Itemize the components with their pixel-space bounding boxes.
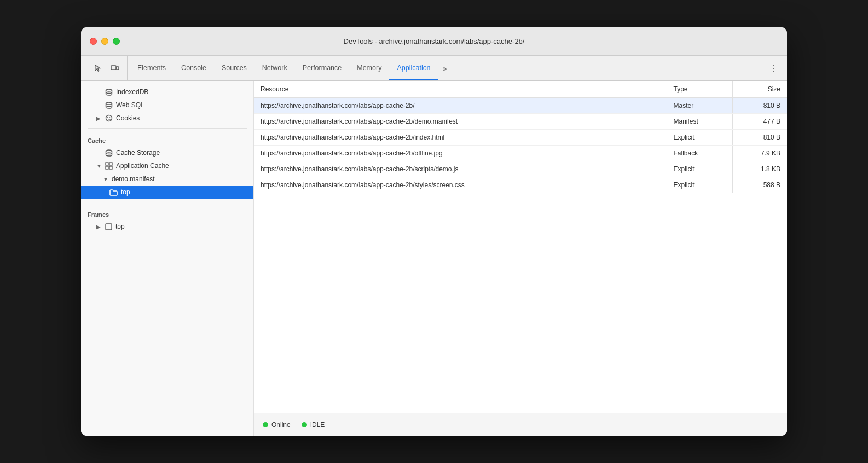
sidebar-item-frames-top[interactable]: ▶ top: [81, 220, 253, 233]
size-cell: 7.9 KB: [732, 146, 787, 161]
tabbar-end: ⋮: [761, 56, 787, 80]
sidebar-divider-2: [88, 202, 247, 202]
resource-cell: https://archive.jonathanstark.com/labs/a…: [254, 130, 667, 146]
idle-label: IDLE: [310, 421, 325, 429]
sidebar: IndexedDB Web SQL ▶: [81, 81, 254, 436]
svg-point-8: [109, 119, 110, 120]
type-cell: Manifest: [667, 114, 732, 130]
column-header-type: Type: [667, 81, 732, 98]
tab-memory[interactable]: Memory: [349, 56, 389, 80]
svg-rect-0: [111, 66, 116, 70]
online-label: Online: [271, 421, 291, 429]
size-cell: 810 B: [732, 98, 787, 114]
svg-point-6: [109, 117, 111, 118]
tab-performance[interactable]: Performance: [295, 56, 350, 80]
frames-section-label: Frames: [81, 206, 253, 220]
sidebar-item-application-cache[interactable]: ▼ Application Cache: [81, 159, 253, 172]
online-status: Online: [263, 421, 291, 429]
size-cell: 477 B: [732, 114, 787, 130]
device-toggle-icon[interactable]: [107, 61, 123, 76]
expand-arrow-icon: ▶: [96, 115, 102, 121]
svg-point-5: [107, 117, 108, 118]
minimize-button[interactable]: [101, 38, 108, 45]
sidebar-item-demo-manifest[interactable]: ▼ demo.manifest: [81, 172, 253, 186]
type-cell: Explicit: [667, 161, 732, 177]
table-row[interactable]: https://archive.jonathanstark.com/labs/a…: [254, 98, 787, 114]
svg-point-2: [106, 89, 112, 91]
sidebar-divider: [88, 128, 247, 129]
tab-application[interactable]: Application: [389, 56, 438, 80]
column-header-resource: Resource: [254, 81, 667, 98]
database-icon: [105, 102, 113, 109]
cache-section-label: Cache: [81, 132, 253, 146]
frame-icon: [105, 223, 112, 230]
type-cell: Master: [667, 98, 732, 114]
table-row[interactable]: https://archive.jonathanstark.com/labs/a…: [254, 177, 787, 193]
svg-rect-14: [106, 224, 112, 230]
sidebar-item-cache-storage[interactable]: Cache Storage: [81, 146, 253, 159]
sidebar-item-cookies[interactable]: ▶ Cookies: [81, 112, 253, 125]
traffic-lights: [90, 38, 120, 45]
table-container: Resource Type Size https://archive.jonat…: [254, 81, 787, 413]
resource-cell: https://archive.jonathanstark.com/labs/a…: [254, 146, 667, 161]
content-area: Resource Type Size https://archive.jonat…: [254, 81, 787, 436]
expand-arrow-expanded-icon: ▼: [96, 163, 102, 169]
type-cell: Fallback: [667, 146, 732, 161]
table-row[interactable]: https://archive.jonathanstark.com/labs/a…: [254, 146, 787, 161]
more-tabs-button[interactable]: »: [438, 56, 452, 80]
tab-network[interactable]: Network: [254, 56, 295, 80]
svg-point-7: [108, 119, 109, 120]
svg-rect-12: [106, 166, 108, 169]
toolbar-icons: [85, 56, 128, 80]
cookie-icon: [105, 114, 113, 122]
svg-rect-1: [117, 67, 119, 70]
resource-cell: https://archive.jonathanstark.com/labs/a…: [254, 98, 667, 114]
online-status-dot: [263, 422, 268, 427]
main-content: IndexedDB Web SQL ▶: [81, 81, 787, 436]
table-row[interactable]: https://archive.jonathanstark.com/labs/a…: [254, 161, 787, 177]
window-title: DevTools - archive.jonathanstark.com/lab…: [344, 37, 525, 45]
resource-cell: https://archive.jonathanstark.com/labs/a…: [254, 161, 667, 177]
idle-status-dot: [302, 422, 307, 427]
type-cell: Explicit: [667, 177, 732, 193]
titlebar: DevTools - archive.jonathanstark.com/lab…: [81, 27, 787, 56]
column-header-size: Size: [732, 81, 787, 98]
expand-arrow-expanded-icon: ▼: [103, 176, 108, 182]
resource-cell: https://archive.jonathanstark.com/labs/a…: [254, 114, 667, 130]
svg-rect-10: [106, 163, 108, 165]
devtools-window: DevTools - archive.jonathanstark.com/lab…: [81, 27, 787, 436]
folder-icon: [109, 189, 118, 196]
idle-status: IDLE: [302, 421, 325, 429]
type-cell: Explicit: [667, 130, 732, 146]
tab-console[interactable]: Console: [173, 56, 214, 80]
resources-table: Resource Type Size https://archive.jonat…: [254, 81, 787, 193]
svg-point-3: [106, 102, 112, 105]
size-cell: 1.8 KB: [732, 161, 787, 177]
database-icon: [105, 89, 113, 96]
table-row[interactable]: https://archive.jonathanstark.com/labs/a…: [254, 130, 787, 146]
maximize-button[interactable]: [113, 38, 120, 45]
sidebar-item-indexed-db[interactable]: IndexedDB: [81, 85, 253, 99]
inspector-icon[interactable]: [90, 61, 105, 76]
resource-cell: https://archive.jonathanstark.com/labs/a…: [254, 177, 667, 193]
devtools-menu-button[interactable]: ⋮: [767, 62, 780, 75]
grid-icon: [105, 162, 113, 170]
sidebar-item-web-sql[interactable]: Web SQL: [81, 99, 253, 112]
tabbar: Elements Console Sources Network Perform…: [81, 56, 787, 81]
tab-elements[interactable]: Elements: [130, 56, 173, 80]
size-cell: 810 B: [732, 130, 787, 146]
svg-rect-11: [109, 163, 112, 165]
sidebar-item-top-cache[interactable]: top: [81, 186, 253, 199]
table-row[interactable]: https://archive.jonathanstark.com/labs/a…: [254, 114, 787, 130]
svg-rect-13: [109, 166, 112, 169]
svg-point-9: [106, 150, 112, 152]
svg-point-4: [106, 115, 112, 121]
close-button[interactable]: [90, 38, 97, 45]
statusbar: Online IDLE: [254, 413, 787, 436]
tab-sources[interactable]: Sources: [214, 56, 254, 80]
database-icon: [105, 149, 113, 157]
size-cell: 588 B: [732, 177, 787, 193]
expand-arrow-icon: ▶: [96, 224, 102, 230]
